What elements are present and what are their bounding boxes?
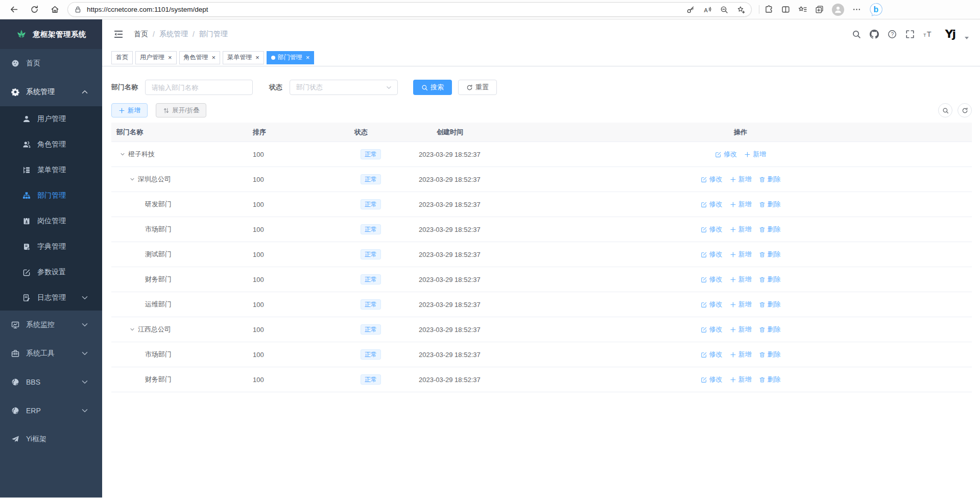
refresh-icon[interactable] — [27, 2, 42, 17]
row-action-edit[interactable]: 修改 — [701, 175, 723, 184]
expand-collapse-button[interactable]: 展开/折叠 — [156, 103, 206, 117]
row-action-delete[interactable]: 删除 — [759, 275, 781, 284]
favorites-icon[interactable] — [798, 5, 807, 14]
key-icon[interactable] — [686, 6, 695, 14]
sidebar-fold-icon[interactable] — [113, 29, 124, 39]
sidebar-item[interactable]: 岗位管理 — [0, 208, 102, 234]
add-button[interactable]: 新增 — [111, 103, 148, 117]
close-icon[interactable]: × — [306, 54, 310, 61]
sidebar-item[interactable]: 菜单管理 — [0, 157, 102, 183]
row-action-delete[interactable]: 删除 — [759, 200, 781, 209]
text-size-icon[interactable]: TT — [923, 30, 933, 39]
question-icon[interactable]: ? — [888, 30, 897, 39]
sidebar-item[interactable]: 日志管理 — [0, 285, 102, 311]
reset-button[interactable]: 重置 — [458, 80, 497, 95]
extensions-icon[interactable] — [764, 5, 773, 14]
back-icon[interactable] — [6, 2, 21, 17]
row-action-plus[interactable]: 新增 — [730, 350, 752, 359]
sidebar-item[interactable]: 系统管理 — [0, 78, 102, 106]
search-icon[interactable] — [852, 30, 861, 39]
row-action-delete[interactable]: 删除 — [759, 350, 781, 359]
row-action-delete[interactable]: 删除 — [759, 175, 781, 184]
row-action-edit[interactable]: 修改 — [715, 150, 737, 159]
row-action-plus[interactable]: 新增 — [730, 175, 752, 184]
read-aloud-icon[interactable]: A — [703, 6, 711, 14]
split-screen-icon[interactable] — [781, 5, 790, 14]
sidebar-item-label: Yi框架 — [26, 435, 46, 444]
page-content: 部门名称 状态 部门状态 搜索 重置 — [102, 66, 980, 497]
url-text[interactable]: https://ccnetcore.com:1101/system/dept — [87, 6, 686, 13]
row-action-delete[interactable]: 删除 — [759, 250, 781, 259]
sidebar-item-label: 菜单管理 — [37, 165, 66, 175]
plus-icon — [730, 251, 736, 258]
tree-arrow-icon[interactable] — [129, 176, 135, 182]
refresh-table-button[interactable] — [958, 103, 972, 117]
row-action-plus[interactable]: 新增 — [744, 150, 766, 159]
home-icon[interactable] — [47, 2, 62, 17]
avatar-caret-icon[interactable] — [965, 37, 969, 39]
view-tab[interactable]: 首页 — [111, 51, 133, 64]
github-icon[interactable] — [870, 30, 879, 39]
row-action-plus[interactable]: 新增 — [730, 200, 752, 209]
close-icon[interactable]: × — [168, 54, 172, 61]
dept-name-input[interactable] — [145, 80, 253, 95]
row-action-plus[interactable]: 新增 — [730, 250, 752, 259]
bing-icon[interactable]: b — [869, 3, 883, 16]
close-icon[interactable]: × — [212, 54, 216, 61]
dept-name: 橙子科技 — [128, 150, 155, 159]
sidebar-item[interactable]: Yi框架 — [0, 425, 102, 454]
profile-icon[interactable] — [832, 4, 844, 16]
action-label: 修改 — [709, 250, 723, 259]
sidebar-item[interactable]: ERP — [0, 396, 102, 425]
user-avatar[interactable]: Yj — [945, 29, 955, 40]
row-action-edit[interactable]: 修改 — [701, 275, 723, 284]
row-action-delete[interactable]: 删除 — [759, 375, 781, 384]
row-action-edit[interactable]: 修改 — [701, 225, 723, 234]
sidebar-item[interactable]: 系统工具 — [0, 339, 102, 368]
tree-arrow-icon[interactable] — [129, 326, 135, 333]
zoom-out-icon[interactable] — [720, 6, 728, 14]
search-button[interactable]: 搜索 — [413, 80, 452, 95]
status-select[interactable]: 部门状态 — [290, 80, 398, 95]
row-action-delete[interactable]: 删除 — [759, 225, 781, 234]
sidebar-item[interactable]: BBS — [0, 368, 102, 396]
row-action-edit[interactable]: 修改 — [701, 375, 723, 384]
row-action-edit[interactable]: 修改 — [701, 325, 723, 334]
address-bar[interactable]: https://ccnetcore.com:1101/system/dept A — [67, 2, 752, 17]
row-action-delete[interactable]: 删除 — [759, 325, 781, 334]
more-icon[interactable] — [852, 5, 861, 14]
view-tab[interactable]: 菜单管理× — [223, 51, 264, 64]
close-icon[interactable]: × — [255, 54, 259, 61]
star-plus-icon[interactable] — [737, 6, 745, 14]
row-action-plus[interactable]: 新增 — [730, 300, 752, 309]
sidebar-item[interactable]: 首页 — [0, 49, 102, 78]
row-action-plus[interactable]: 新增 — [730, 325, 752, 334]
app-logo[interactable]: 意框架管理系统 — [0, 19, 102, 49]
fullscreen-icon[interactable] — [905, 30, 915, 39]
row-action-edit[interactable]: 修改 — [701, 250, 723, 259]
edit-icon — [701, 226, 707, 233]
row-action-plus[interactable]: 新增 — [730, 375, 752, 384]
view-tab[interactable]: 用户管理× — [135, 51, 177, 64]
tree-arrow-icon[interactable] — [119, 151, 126, 157]
sidebar-item[interactable]: 参数设置 — [0, 259, 102, 285]
sidebar-item[interactable]: 字典管理 — [0, 234, 102, 259]
chevron-down-icon — [81, 349, 89, 358]
view-tab[interactable]: 角色管理× — [179, 51, 221, 64]
view-tab[interactable]: 部门管理× — [267, 51, 315, 64]
action-label: 新增 — [738, 325, 752, 334]
sidebar-item[interactable]: 角色管理 — [0, 132, 102, 157]
row-action-edit[interactable]: 修改 — [701, 350, 723, 359]
row-action-edit[interactable]: 修改 — [701, 200, 723, 209]
sidebar-item[interactable]: 部门管理 — [0, 183, 102, 208]
sidebar-item[interactable]: 系统监控 — [0, 311, 102, 339]
action-label: 删除 — [768, 175, 781, 184]
breadcrumb-item[interactable]: 首页 — [134, 30, 148, 39]
row-action-plus[interactable]: 新增 — [730, 275, 752, 284]
row-action-delete[interactable]: 删除 — [759, 300, 781, 309]
show-search-button[interactable] — [938, 103, 952, 117]
row-action-edit[interactable]: 修改 — [701, 300, 723, 309]
row-action-plus[interactable]: 新增 — [730, 225, 752, 234]
sidebar-item[interactable]: 用户管理 — [0, 106, 102, 132]
collections-icon[interactable] — [815, 5, 824, 14]
